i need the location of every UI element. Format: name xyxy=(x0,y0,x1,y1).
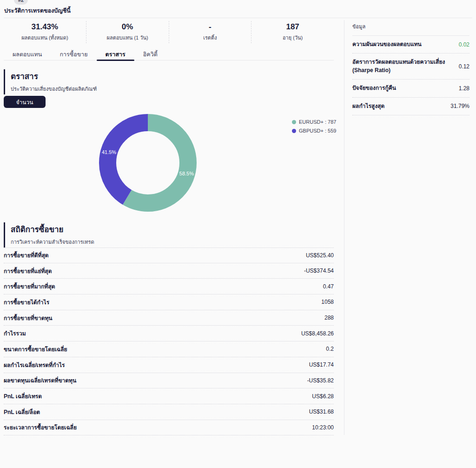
table-row: PnL เฉลี่ย/เทรด US$6.28 xyxy=(4,388,334,404)
list-item: ความผันผวนของผลตอบแทน 0.02 xyxy=(352,36,469,53)
stat-value: US$17.74 xyxy=(309,361,334,368)
stat-label: การซื้อขายที่มากที่สุด xyxy=(4,282,55,291)
stat-label: กำไรรวม xyxy=(4,329,26,338)
info-label: ความผันผวนของผลตอบแทน xyxy=(352,40,422,48)
detail-tabs: ผลตอบแทน การซื้อขาย ตราสาร อิควิตี้ xyxy=(4,46,334,60)
summary-value: 0% xyxy=(122,22,133,32)
stat-label: การซื้อขายที่ขาดทุน xyxy=(4,314,53,322)
instruments-section-header: ตราสาร ประวัติความเสี่ยงของบัญชีต่อผลิตภ… xyxy=(4,69,199,94)
summary-label: เรตติ้ง xyxy=(203,33,217,42)
stat-value: 0.47 xyxy=(323,283,334,290)
stat-value: 0.2 xyxy=(326,346,334,352)
stat-value: -US$35.82 xyxy=(307,377,334,384)
stat-label: ผลขาดทุนเฉลี่ย/เทรดที่ขาดทุน xyxy=(4,376,76,385)
table-row: การซื้อขายได้กำไร 1058 xyxy=(4,294,334,310)
donut-chart-svg: 58.5%41.5% xyxy=(99,114,197,212)
summary-value: 31.43% xyxy=(32,22,59,32)
page-title: ประวัติการเทรดของบัญชีนี้ xyxy=(4,6,71,15)
trade-stats-section-subtitle: การวิเคราะห์ความสำเร็จของการเทรด xyxy=(11,238,199,246)
info-value: 0.12 xyxy=(459,63,469,70)
instruments-section-title: ตราสาร xyxy=(11,70,199,82)
donut-slice-percent-label: 41.5% xyxy=(102,149,116,155)
summary-label: ผลตอบแทน (1 วัน) xyxy=(107,33,148,42)
instruments-section-subtitle: ประวัติความเสี่ยงของบัญชีต่อผลิตภัณฑ์ xyxy=(11,85,199,93)
sidebar-title: ข้อมูล xyxy=(352,22,469,36)
table-row: การซื้อขายที่ขาดทุน 288 xyxy=(4,310,334,326)
stat-label: ขนาดการซื้อขายโดยเฉลี่ย xyxy=(4,345,67,354)
amount-button[interactable]: จำนวน xyxy=(4,96,46,108)
stat-value: US$8,458.26 xyxy=(301,330,334,337)
summary-label: ผลตอบแทน (ทั้งหมด) xyxy=(21,33,68,42)
stat-value: 288 xyxy=(324,314,334,321)
summary-value: 187 xyxy=(286,22,299,32)
stat-value: US$31.68 xyxy=(309,408,334,415)
table-row: การซื้อขายที่มากที่สุด 0.47 xyxy=(4,279,334,294)
info-value: 0.02 xyxy=(459,41,469,48)
table-row: PnL เฉลี่ย/ล็อต US$31.68 xyxy=(4,404,334,420)
tab-equity[interactable]: อิควิตี้ xyxy=(134,46,166,60)
table-row: กำไรรวม US$8,458.26 xyxy=(4,326,334,341)
summary-daily-return: 0% ผลตอบแทน (1 วัน) xyxy=(86,21,169,43)
stat-value: US$525.40 xyxy=(306,252,334,259)
stat-value: 1058 xyxy=(321,299,334,305)
table-row: การซื้อขายที่แย่ที่สุด -US$374.54 xyxy=(4,263,334,279)
sidebar-divider xyxy=(344,20,344,435)
info-label: ผลกำไรสูงสุด xyxy=(352,102,384,110)
donut-slice-percent-label: 58.5% xyxy=(179,171,194,176)
stat-label: การซื้อขายที่แย่ที่สุด xyxy=(4,267,52,275)
stat-value: -US$374.54 xyxy=(304,267,334,274)
list-item: ผลกำไรสูงสุด 31.79% xyxy=(352,98,469,115)
instrument-donut-chart[interactable]: 58.5%41.5% xyxy=(99,114,197,212)
legend-dot-icon xyxy=(292,129,296,133)
list-item: ปัจจัยของการกู้คืน 1.28 xyxy=(352,80,469,97)
rank-badge: #2 xyxy=(14,0,28,5)
list-item: อัตราการวัดผลตอบแทนด้วยความเสี่ยง (Sharp… xyxy=(352,53,469,80)
trade-stats-section-title: สถิติการซื้อขาย xyxy=(11,223,199,235)
legend-item-gbpusd[interactable]: GBPUSD+ : 559 xyxy=(292,128,336,134)
tab-trading[interactable]: การซื้อขาย xyxy=(51,46,96,60)
summary-label: อายุ (วัน) xyxy=(283,33,303,42)
stat-value: US$6.28 xyxy=(312,393,334,400)
legend-label: GBPUSD+ : 559 xyxy=(299,128,336,134)
info-value: 31.79% xyxy=(450,103,469,109)
summary-total-return: 31.43% ผลตอบแทน (ทั้งหมด) xyxy=(4,21,86,43)
chart-legend: EURUSD+ : 787 GBPUSD+ : 559 xyxy=(292,119,336,134)
table-row: ผลกำไรเฉลี่ย/เทรดที่กำไร US$17.74 xyxy=(4,357,334,373)
info-label: อัตราการวัดผลตอบแทนด้วยความเสี่ยง (Sharp… xyxy=(352,58,454,74)
tab-returns[interactable]: ผลตอบแทน xyxy=(4,46,51,60)
stat-label: ผลกำไรเฉลี่ย/เทรดที่กำไร xyxy=(4,361,65,369)
table-row: ผลขาดทุนเฉลี่ย/เทรดที่ขาดทุน -US$35.82 xyxy=(4,373,334,389)
summary-age: 187 อายุ (วัน) xyxy=(251,21,334,43)
top-divider xyxy=(4,18,472,18)
stat-label: PnL เฉลี่ย/เทรด xyxy=(4,392,42,401)
trade-stats-section-header: สถิติการซื้อขาย การวิเคราะห์ความสำเร็จขอ… xyxy=(4,222,199,247)
table-row: ระยะเวลาการซื้อขายโดยเฉลี่ย 10:23:00 xyxy=(4,420,334,436)
account-summary-strip: 31.43% ผลตอบแทน (ทั้งหมด) 0% ผลตอบแทน (1… xyxy=(4,21,334,43)
table-row: การซื้อขายที่ดีที่สุด US$525.40 xyxy=(4,247,334,263)
legend-item-eurusd[interactable]: EURUSD+ : 787 xyxy=(292,119,336,125)
info-sidebar: ข้อมูล ความผันผวนของผลตอบแทน 0.02 อัตราก… xyxy=(352,22,469,115)
stat-value: 10:23:00 xyxy=(312,424,334,431)
stat-label: การซื้อขายได้กำไร xyxy=(4,298,49,307)
info-value: 1.28 xyxy=(459,85,469,92)
info-label: ปัจจัยของการกู้คืน xyxy=(352,84,396,92)
stat-label: ระยะเวลาการซื้อขายโดยเฉลี่ย xyxy=(4,423,77,432)
summary-rating: - เรตติ้ง xyxy=(169,21,252,43)
tab-instruments[interactable]: ตราสาร xyxy=(97,46,134,60)
summary-value: - xyxy=(209,22,212,32)
stat-label: การซื้อขายที่ดีที่สุด xyxy=(4,251,49,260)
table-row: ขนาดการซื้อขายโดยเฉลี่ย 0.2 xyxy=(4,341,334,357)
stat-label: PnL เฉลี่ย/ล็อต xyxy=(4,408,40,416)
trade-stats-table: การซื้อขายที่ดีที่สุด US$525.40 การซื้อข… xyxy=(4,247,334,435)
legend-label: EURUSD+ : 787 xyxy=(299,119,336,125)
legend-dot-icon xyxy=(292,120,296,124)
